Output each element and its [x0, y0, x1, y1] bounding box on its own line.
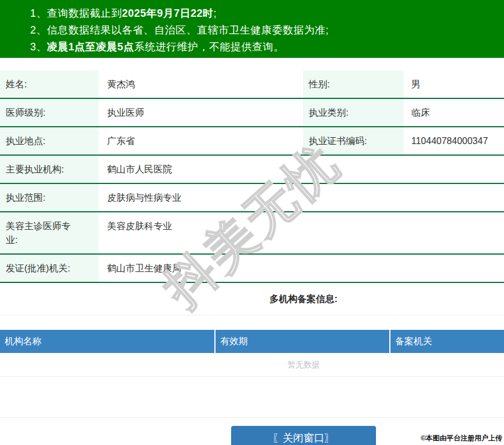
field-label-practice-scope: 执业范围:	[0, 184, 98, 211]
field-value-main-institution: 鹤山市人民医院	[98, 156, 504, 183]
field-label-practice-location: 执业地点:	[0, 127, 98, 155]
section-title: 多机构备案信息:	[269, 294, 337, 304]
table-row-level-category: 医师级别: 执业医师 执业类别: 临床	[0, 99, 504, 127]
records-table: 机构名称 有效期 备案机关 暂无数据	[0, 330, 504, 418]
notice-text: 系统进行维护，不能提供查询。	[134, 41, 284, 53]
attribution-watermark: ©本图由平台注册用户上传	[421, 433, 502, 443]
notice-text: 信息数据结果以各省、自治区、直辖市卫生健康委数据为准;	[47, 24, 329, 36]
table-row-name-gender: 姓名: 黄杰鸿 性别: 男	[0, 71, 504, 99]
notice-text: 查询数据截止到	[47, 8, 122, 19]
notice-number: 2、	[30, 24, 47, 36]
field-value-issuing-authority: 鹤山市卫生健康局	[98, 255, 504, 282]
field-value-practice-category: 临床	[404, 99, 504, 126]
table-row-issuing-authority: 发证(批准)机关: 鹤山市卫生健康局	[0, 255, 504, 283]
field-label-issuing-authority: 发证(批准)机关:	[0, 255, 98, 282]
field-label-name: 姓名:	[0, 71, 98, 98]
license-query-result-page: 1、查询数据截止到2025年9月7日22时; 2、信息数据结果以各省、自治区、直…	[0, 0, 504, 445]
field-label-certificate-number: 执业证书编码:	[303, 127, 404, 155]
notice-number: 3、	[30, 41, 47, 53]
field-value-practice-scope: 皮肤病与性病专业	[98, 184, 504, 211]
close-window-button[interactable]: 〖关闭窗口〗	[231, 426, 376, 445]
header-cell-institution-name: 机构名称	[0, 330, 216, 353]
notice-number: 1、	[30, 8, 47, 19]
notice-line-2: 2、信息数据结果以各省、自治区、直辖市卫生健康委数据为准;	[30, 22, 504, 39]
notice-text: ;	[214, 8, 217, 19]
table-row-practice-scope: 执业范围: 皮肤病与性病专业	[0, 184, 504, 212]
field-label-practice-category: 执业类别:	[303, 99, 404, 126]
records-section-header: 多机构备案信息:	[0, 283, 504, 315]
notice-line-3: 3、凌晨1点至凌晨5点系统进行维护，不能提供查询。	[30, 39, 504, 56]
notice-text-bold: 凌晨1点至凌晨5点	[47, 41, 134, 53]
notice-banner: 1、查询数据截止到2025年9月7日22时; 2、信息数据结果以各省、自治区、直…	[0, 0, 504, 58]
table-row-location-certificate: 执业地点: 广东省 执业证书编码: 110440784000347	[0, 127, 504, 156]
table-row-main-institution: 主要执业机构: 鹤山市人民医院	[0, 156, 504, 184]
field-value-gender: 男	[404, 71, 504, 98]
notice-text-bold: 2025年9月7日22时	[122, 8, 214, 19]
table-footer-spacer	[0, 377, 504, 418]
field-value-doctor-level: 执业医师	[98, 99, 303, 126]
header-cell-validity-period: 有效期	[216, 330, 390, 353]
field-value-name: 黄杰鸿	[98, 71, 303, 98]
field-value-cosmetic-specialty: 美容皮肤科专业	[98, 212, 504, 240]
notice-line-1: 1、查询数据截止到2025年9月7日22时;	[30, 5, 504, 22]
field-label-gender: 性别:	[303, 71, 404, 98]
field-value-certificate-number: 110440784000347	[404, 127, 504, 155]
practitioner-info-table: 姓名: 黄杰鸿 性别: 男 医师级别: 执业医师 执业类别: 临床 执业地点: …	[0, 71, 504, 283]
field-value-practice-location: 广东省	[98, 127, 303, 155]
empty-state-text: 暂无数据	[0, 353, 504, 377]
content-container: 1、查询数据截止到2025年9月7日22时; 2、信息数据结果以各省、自治区、直…	[0, 0, 504, 445]
header-cell-record-authority: 备案机关	[390, 330, 504, 353]
records-table-header: 机构名称 有效期 备案机关	[0, 330, 504, 353]
field-label-doctor-level: 医师级别:	[0, 99, 98, 126]
field-label-cosmetic-specialty: 美容主诊医师专业:	[0, 212, 98, 253]
table-row-cosmetic-specialty: 美容主诊医师专业: 美容皮肤科专业	[0, 212, 504, 255]
field-label-main-institution: 主要执业机构:	[0, 156, 98, 183]
